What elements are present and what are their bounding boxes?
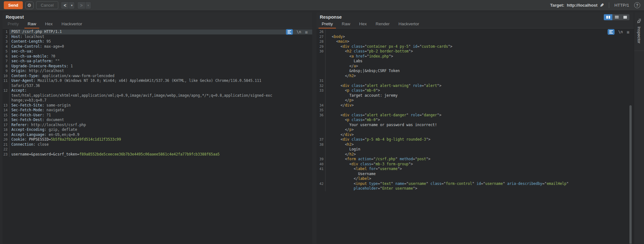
line-number <box>317 93 325 98</box>
toolbar-divider <box>609 3 609 8</box>
target-value: http://localhost <box>567 3 597 8</box>
code-text: Cookie: PHPSESSID=5b5f8a2fb3a549fd514c1d… <box>9 137 312 142</box>
code-line: 36 <div class="alert alert-danger" role=… <box>317 113 634 118</box>
code-line: 29 <div class="container px-4 py-5" id="… <box>317 44 634 49</box>
line-number: 8 <box>3 64 9 69</box>
top-toolbar: Send ⚙ Cancel < ▾ > ▾ Target: http://loc… <box>0 0 644 11</box>
code-line: 38 <h2> <box>317 142 634 147</box>
back-button[interactable]: < ▾ <box>61 2 75 9</box>
code-line: hange;v=b3;q=0.7 <box>3 98 312 103</box>
inspector-sidebar[interactable]: Inspector <box>634 13 644 244</box>
tab-request-pretty[interactable]: Pretty <box>3 21 23 28</box>
code-text: </p> <box>325 127 634 132</box>
code-text: POST /csrf.php HTTP/1.1 <box>9 29 312 34</box>
line-number: 37 <box>317 137 325 142</box>
forward-button[interactable]: > ▾ <box>77 2 91 9</box>
code-text: <h2> <box>325 142 634 147</box>
code-line: 22 <box>3 147 312 152</box>
code-text: <label for="username"> <box>325 167 634 172</box>
request-tabs: Pretty Raw Hex Hackvertor <box>3 21 312 28</box>
tab-response-raw[interactable]: Raw <box>337 21 355 28</box>
line-number: 21 <box>3 142 9 147</box>
line-number: 22 <box>3 147 9 152</box>
response-editor[interactable]: \n ≡ 2627 <body>28 <main>29 <div class="… <box>317 28 634 244</box>
code-line: 17Referer: http://localhost/csrf.php <box>3 123 312 128</box>
chevron-down-icon[interactable]: ▾ <box>69 4 74 7</box>
line-number: 10 <box>3 74 9 79</box>
tab-request-hex[interactable]: Hex <box>41 21 57 28</box>
gear-icon[interactable]: ⚙ <box>25 2 34 9</box>
line-number: 34 <box>317 103 325 108</box>
tab-response-hex[interactable]: Hex <box>355 21 371 28</box>
code-line: 35 <box>317 108 634 113</box>
target-label: Target: <box>550 3 564 8</box>
line-number <box>317 59 325 64</box>
code-line: </label> <box>317 176 634 181</box>
line-number <box>317 118 325 123</box>
editor-menu-icon[interactable]: ≡ <box>627 30 629 34</box>
send-button[interactable]: Send <box>4 1 23 9</box>
line-number <box>317 186 325 191</box>
inspector-label: Inspector <box>637 27 641 43</box>
line-number: 38 <box>317 142 325 147</box>
code-text: Target account: jeremy <box>325 93 634 98</box>
show-newlines-icon[interactable]: \n <box>297 30 301 34</box>
code-text: Login <box>325 147 634 152</box>
code-text: </a> <box>325 64 634 69</box>
code-text: Content-Length: 95 <box>9 39 312 44</box>
code-text: </h2> <box>325 152 634 157</box>
scrollbar-thumb[interactable] <box>629 105 632 244</box>
tab-request-hackvertor[interactable]: Hackvertor <box>57 21 86 28</box>
code-line: 33 <p class="mb-0"> <box>317 88 634 93</box>
layout-switcher <box>604 14 629 20</box>
code-line: 4Cache-Control: max-age=0 <box>3 44 312 49</box>
code-text: <div class="p-5 mb-4 bg-light rounded-3"… <box>325 137 634 142</box>
code-text: User-Agent: Mozilla/5.0 (Windows NT 10.0… <box>9 78 312 83</box>
request-editor[interactable]: \n ≡ 1POST /csrf.php HTTP/1.12Host: loca… <box>3 28 312 244</box>
word-wrap-icon[interactable] <box>286 29 293 35</box>
panel-splitter[interactable] <box>312 13 317 244</box>
line-number: 32 <box>317 83 325 88</box>
layout-single-icon[interactable] <box>621 14 629 20</box>
layout-columns-icon[interactable] <box>604 14 612 20</box>
code-line: 13Sec-Fetch-Site: same-origin <box>3 103 312 108</box>
editor-menu-icon[interactable]: ≡ <box>305 30 308 34</box>
code-text: Sec-Fetch-Site: same-origin <box>9 103 312 108</box>
code-line: &nbsp;|&nbsp;CSRF Token <box>317 69 634 74</box>
code-line: 39 <form action="/csrf.php" method="post… <box>317 157 634 162</box>
tab-response-pretty[interactable]: Pretty <box>317 21 337 28</box>
help-icon[interactable]: ? <box>634 2 640 8</box>
code-text: sec-ch-ua-mobile: ?0 <box>9 54 312 59</box>
code-line: 41 <label for="username"> <box>317 167 634 172</box>
code-line: 14Sec-Fetch-Mode: navigate <box>3 108 312 113</box>
code-line: 30 <h2 class="pb-2 border-bottom"> <box>317 49 634 54</box>
layout-rows-icon[interactable] <box>612 14 621 20</box>
code-text: Upgrade-Insecure-Requests: 1 <box>9 64 312 69</box>
code-text: Cache-Control: max-age=0 <box>9 44 312 49</box>
code-text: <h2 class="pb-2 border-bottom"> <box>325 49 634 54</box>
tab-response-hackvertor[interactable]: Hackvertor <box>394 21 424 28</box>
line-number: 20 <box>3 137 9 142</box>
tab-response-render[interactable]: Render <box>371 21 394 28</box>
line-number: 17 <box>3 123 9 128</box>
code-line: <p class="mb-0"> <box>317 118 634 123</box>
response-scrollbar[interactable] <box>629 28 632 244</box>
code-line: Username <box>317 172 634 177</box>
code-line: 3Content-Length: 95 <box>3 39 312 44</box>
code-line: </h2> <box>317 74 634 79</box>
edit-pencil-icon[interactable]: ✎ <box>600 3 604 8</box>
chevron-down-icon: ▾ <box>85 4 91 7</box>
word-wrap-icon[interactable] <box>608 29 615 35</box>
cancel-button[interactable]: Cancel <box>36 1 58 9</box>
inspector-icon <box>637 18 642 23</box>
line-number: 15 <box>3 113 9 118</box>
code-text: &nbsp;|&nbsp;CSRF Token <box>325 69 634 74</box>
line-number: 18 <box>3 127 9 132</box>
request-panel: Request Pretty Raw Hex Hackvertor \n ≡ 1… <box>3 13 312 244</box>
line-number: 40 <box>317 162 325 167</box>
show-newlines-icon[interactable]: \n <box>618 30 623 34</box>
line-number <box>317 123 325 128</box>
code-text: </label> <box>325 176 634 181</box>
tab-request-raw[interactable]: Raw <box>23 21 41 28</box>
code-line: 5sec-ch-ua: <box>3 49 312 54</box>
